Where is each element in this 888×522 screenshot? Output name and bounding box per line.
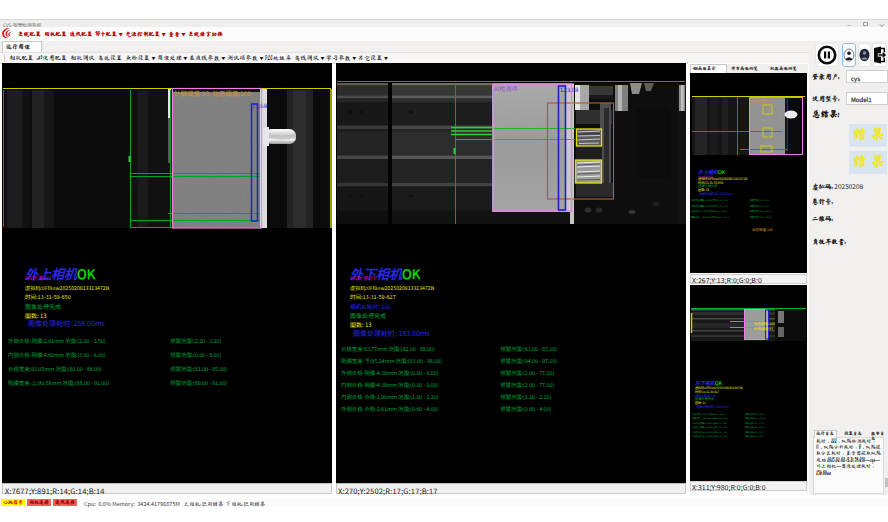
svg-text:AI检测项: AI检测项 — [494, 84, 517, 93]
svg-text:内侧负极-隔膜:4.38mm 范围:(0.00 - 9.00: 内侧负极-隔膜:4.38mm 范围:(0.00 - 9.00) — [692, 426, 727, 429]
svg-text:隔膜宽度-上:90.56mm 范围:(88.00 - 92.: 隔膜宽度-上:90.56mm 范围:(88.00 - 92.00) — [691, 215, 730, 219]
svg-text:图像处理耗时: 258.00ms: 图像处理耗时: 258.00ms — [699, 191, 733, 196]
svg-text:预警范围:(89.00 - 91.00): 预警范围:(89.00 - 91.00) — [750, 215, 772, 219]
svg-text:针脚阈值:93, 动态阈值:100: 针脚阈值:93, 动态阈值:100 — [174, 88, 251, 98]
svg-text:73.6: 73.6 — [766, 107, 772, 111]
svg-text:外侧负极-隔膜:2.91mm 范围:(2.00 - 3.50: 外侧负极-隔膜:2.91mm 范围:(2.00 - 3.50) — [691, 198, 728, 202]
svg-text:预警范围:(2.00 - 77.00): 预警范围:(2.00 - 77.00) — [745, 426, 765, 429]
svg-text:外侧负极-隔膜:4.38mm 范围:(0.00 - 9.00: 外侧负极-隔膜:4.38mm 范围:(0.00 - 9.00) — [692, 421, 727, 424]
svg-text:预警范围:(0.60 - 4.00): 预警范围:(0.60 - 4.00) — [745, 435, 764, 438]
svg-text:动态阈值:100: 动态阈值:100 — [752, 227, 773, 232]
svg-text:内侧负极-负极:1.90mm 范围:(1.00 - 2.20: 内侧负极-负极:1.90mm 范围:(1.00 - 2.20) — [692, 430, 727, 433]
svg-text:预警范围:(0.00 - 8.00): 预警范围:(0.00 - 8.00) — [750, 204, 770, 208]
svg-text:预警范围:(94.00 - 97.00): 预警范围:(94.00 - 97.00) — [745, 417, 766, 420]
svg-text:预警范围:(81.00 - 85.00): 预警范围:(81.00 - 85.00) — [750, 209, 772, 213]
svg-text:预警范围:(2.20 - 3.20): 预警范围:(2.20 - 3.20) — [750, 198, 770, 202]
svg-text:外侧负极-负极:2.61mm 范围:(0.60 - 4.00: 外侧负极-负极:2.61mm 范围:(0.60 - 4.00) — [692, 435, 727, 438]
svg-text:负极宽度:83.05mm 范围:(80.00 - 86.00: 负极宽度:83.05mm 范围:(80.00 - 86.00) — [691, 209, 727, 213]
svg-text:针脚阈值:93: 针脚阈值:93 — [754, 326, 773, 331]
svg-text:预警范围:(2.00 - 77.00): 预警范围:(2.00 - 77.00) — [745, 421, 765, 424]
svg-text:针脚阈值:93: 针脚阈值:93 — [751, 99, 770, 104]
svg-text:预警范围:(83.00 - 87.00): 预警范围:(83.00 - 87.00) — [745, 412, 766, 415]
svg-text:预警范围:(1.10 - 2.10): 预警范围:(1.10 - 2.10) — [745, 430, 764, 433]
svg-text:内侧负极-隔膜:4.60mm 范围:(3.00 - 6.00: 内侧负极-隔膜:4.60mm 范围:(3.00 - 6.00) — [691, 204, 728, 208]
svg-text:负极宽度:83.77mm 范围:(82.00 - 88.00: 负极宽度:83.77mm 范围:(82.00 - 88.00) — [692, 412, 726, 415]
svg-text:123.68: 123.68 — [560, 85, 579, 94]
svg-text:隔膜宽度-下:95.24mm 范围:(93.00 - 98.: 隔膜宽度-下:95.24mm 范围:(93.00 - 98.00) — [692, 417, 728, 420]
svg-text:图像处理耗时: 183.00ms: 图像处理耗时: 183.00ms — [696, 403, 729, 408]
svg-text:73.68: 73.68 — [252, 101, 268, 110]
